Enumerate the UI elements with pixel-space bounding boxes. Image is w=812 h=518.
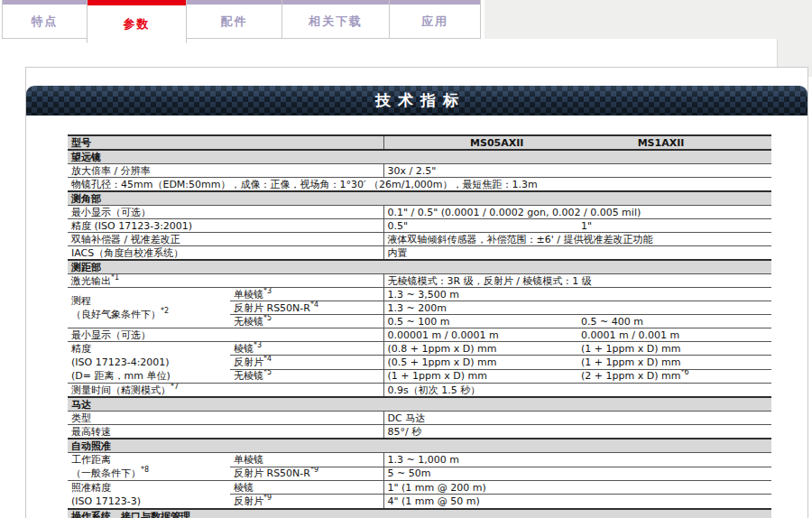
spec-label-line: 工作距离 xyxy=(71,453,226,467)
spec-label-line: 测程 xyxy=(71,294,226,308)
spec-sublabel: 反射片*9 xyxy=(230,495,383,509)
spec-value-model1: 0.00001 m / 0.0001 m xyxy=(383,328,577,342)
footnote-marker: *4 xyxy=(263,356,272,364)
tab-features[interactable]: 特点 xyxy=(2,0,88,39)
table-row: 最小显示（可选）0.00001 m / 0.0001 m0.0001 m / 0… xyxy=(68,328,771,342)
table-row: 工作距离（一般条件下）*8单棱镜1.3 ~ 1,000 m xyxy=(68,453,771,467)
spec-label-line: 照准精度 xyxy=(71,481,226,495)
spec-value-model2: 0.5 ~ 400 m xyxy=(577,315,771,328)
page-background-right xyxy=(484,0,812,39)
table-row: 双轴补偿器 / 视准差改正液体双轴倾斜传感器，补偿范围：±6' / 提供视准差改… xyxy=(68,233,771,246)
table-row: 放大倍率 / 分辨率30x / 2.5" xyxy=(68,164,771,178)
footnote-marker: *4 xyxy=(310,301,318,309)
spec-value: 液体双轴倾斜传感器，补偿范围：±6' / 提供视准差改正功能 xyxy=(383,233,771,246)
page-title: 技术指标 xyxy=(26,86,807,116)
spec-value-model1: (1 + 1ppm x D) mm xyxy=(383,369,577,383)
spec-value: 1.3 ~ 200m xyxy=(383,301,771,315)
table-row: IACS（角度自校准系统）内置 xyxy=(68,246,771,261)
table-row: 测角部 xyxy=(68,191,771,206)
table-row: 型号MS05AXIIMS1AXII xyxy=(68,135,771,150)
section-banner: 技术指标 xyxy=(26,86,807,116)
footnote-marker: *7 xyxy=(171,384,179,391)
table-row: 最高转速85°/ 秒 xyxy=(68,425,771,439)
table-row: 精度 (ISO 17123-3:2001)0.5"1" xyxy=(68,219,771,233)
table-row: 最小显示（可选）0.1" / 0.5" (0.0001 / 0.0002 gon… xyxy=(68,206,771,219)
spec-label: 双轴补偿器 / 视准差改正 xyxy=(68,233,383,246)
table-row: 马达 xyxy=(68,397,771,412)
spec-group-label: 工作距离（一般条件下）*8 xyxy=(68,453,230,481)
spec-value: 85°/ 秒 xyxy=(383,425,771,439)
table-row: 操作系统、接口与数据管理 xyxy=(68,509,771,518)
spec-sublabel: 棱镜 xyxy=(230,481,383,495)
spec-sublabel: 反射片 RS50N-R*9 xyxy=(230,467,383,481)
spec-value: 1.3 ~ 3,500 m xyxy=(383,288,771,301)
spec-fullwidth-text: 物镜孔径：45mm（EDM:50mm），成像：正像，视场角：1°30′ （26m… xyxy=(68,178,771,192)
spec-label: IACS（角度自校准系统） xyxy=(68,246,383,261)
model-name-1: MS05AXII xyxy=(383,135,577,150)
table-row: 测量时间（精测模式）*70.9s（初次 1.5 秒） xyxy=(68,384,771,398)
tab-label: 参数 xyxy=(88,5,186,42)
spec-label: 最小显示（可选） xyxy=(68,328,383,342)
footnote-marker: *9 xyxy=(263,495,272,503)
tab-label: 应用 xyxy=(390,5,480,38)
spec-sublabel: 单棱镜 xyxy=(230,453,383,467)
spec-value-model2: 0.0001 m / 0.001 m xyxy=(577,328,771,342)
spec-group-label: 测程（良好气象条件下）*2 xyxy=(68,288,230,328)
spec-label: 最高转速 xyxy=(68,425,383,439)
footnote-marker: *3 xyxy=(254,342,262,350)
spec-value: 无棱镜模式：3R 级，反射片 / 棱镜模式：1 级 xyxy=(383,274,771,288)
spec-label-line: （良好气象条件下）*2 xyxy=(71,308,226,321)
footnote-marker: *1 xyxy=(111,274,119,282)
spec-sublabel: 无棱镜*5 xyxy=(230,315,383,328)
spec-label: 类型 xyxy=(68,412,383,425)
table-row: 测距部 xyxy=(68,260,771,274)
tab-label: 相关下载 xyxy=(282,5,389,38)
spec-value: 30x / 2.5" xyxy=(383,164,771,178)
model-header-label: 型号 xyxy=(68,135,383,150)
spec-label-line: （一般条件下）*8 xyxy=(71,467,226,480)
spec-label: 测量时间（精测模式）*7 xyxy=(68,384,383,398)
spec-value-model2: 1" xyxy=(577,219,771,233)
section-header: 自动照准 xyxy=(68,439,771,453)
footnote-marker: *3 xyxy=(263,288,272,295)
table-row: 激光输出*1无棱镜模式：3R 级，反射片 / 棱镜模式：1 级 xyxy=(68,274,771,288)
spec-group-label: 照准精度(ISO 17123-3) xyxy=(68,481,230,510)
spec-value-model2: (1 + 1ppm x D) mm xyxy=(577,356,771,369)
spec-value-model1: 0.5 ~ 100 m xyxy=(383,315,577,328)
spec-value: 0.9s（初次 1.5 秒） xyxy=(383,384,771,398)
spec-label-line: 精度 xyxy=(71,342,226,356)
spec-value-model2: (2 + 1ppm x D) mm*6 xyxy=(577,369,771,383)
spec-label: 激光输出*1 xyxy=(68,274,383,288)
spec-label: 精度 (ISO 17123-3:2001) xyxy=(68,219,383,233)
footnote-marker: *5 xyxy=(263,369,272,377)
tab-label: 配件 xyxy=(187,5,281,38)
section-header: 测距部 xyxy=(68,260,771,274)
footnote-marker: *5 xyxy=(263,315,272,322)
spec-value: 5 ~ 50m xyxy=(383,467,771,481)
footnote-marker: *9 xyxy=(310,467,318,475)
section-header: 望远镜 xyxy=(68,150,771,164)
spec-value: 4" (1 mm @ 50 m) xyxy=(383,495,771,509)
spec-value-model1: 0.5" xyxy=(383,219,577,233)
footnote-marker: *8 xyxy=(141,466,149,474)
tab-applications[interactable]: 应用 xyxy=(389,0,481,39)
spec-label-line: (D= 距离，mm 单位) xyxy=(71,369,226,383)
spec-sublabel: 反射片*4 xyxy=(230,356,383,369)
spec-value-model2: (1 + 1ppm x D) mm xyxy=(577,342,771,356)
spec-label-line: (ISO 17123-4:2001) xyxy=(71,356,226,369)
table-row: 照准精度(ISO 17123-3)棱镜1" (1 mm @ 200 m) xyxy=(68,481,771,495)
tab-label: 特点 xyxy=(3,5,87,38)
spec-label: 放大倍率 / 分辨率 xyxy=(68,164,383,178)
tab-parameters[interactable]: 参数 xyxy=(87,0,187,43)
content-card: 技术指标 型号MS05AXIIMS1AXII望远镜放大倍率 / 分辨率30x /… xyxy=(25,67,808,518)
model-name-2: MS1AXII xyxy=(577,135,771,150)
footnote-marker: *6 xyxy=(680,369,688,377)
spec-value: 1" (1 mm @ 200 m) xyxy=(383,481,771,495)
spec-table: 型号MS05AXIIMS1AXII望远镜放大倍率 / 分辨率30x / 2.5"… xyxy=(68,134,771,518)
tab-downloads[interactable]: 相关下载 xyxy=(281,0,390,39)
spec-value: 0.1" / 0.5" (0.0001 / 0.0002 gon, 0.002 … xyxy=(383,206,771,219)
tab-accessories[interactable]: 配件 xyxy=(186,0,282,39)
spec-sublabel: 无棱镜*5 xyxy=(230,369,383,383)
table-row: 类型DC 马达 xyxy=(68,412,771,425)
spec-value-model1: (0.8 + 1ppm x D) mm xyxy=(383,342,577,356)
